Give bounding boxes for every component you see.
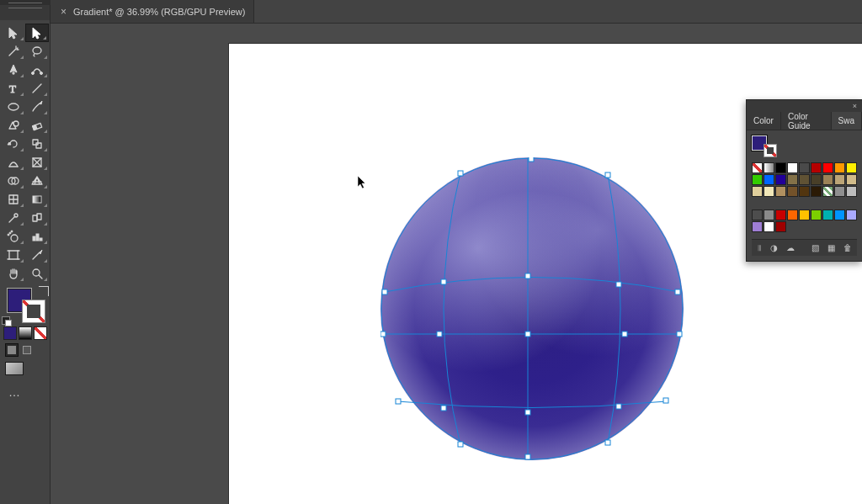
swatch[interactable]: [846, 162, 857, 173]
swatch[interactable]: [834, 162, 845, 173]
swatch[interactable]: [775, 174, 786, 185]
swatch[interactable]: [752, 174, 763, 185]
swatch[interactable]: [799, 210, 810, 220]
lasso-tool[interactable]: [25, 42, 49, 61]
swatch[interactable]: [811, 162, 822, 173]
color-mode-none[interactable]: [34, 326, 47, 340]
close-tab-icon[interactable]: ×: [61, 6, 67, 18]
swatch[interactable]: [752, 162, 763, 173]
ellipse-tool[interactable]: [2, 98, 25, 116]
line-segment-tool[interactable]: [25, 79, 49, 98]
swatch[interactable]: [834, 186, 845, 197]
artboard-tool[interactable]: [2, 246, 25, 264]
swatch[interactable]: [822, 210, 833, 220]
hand-tool[interactable]: [2, 264, 25, 283]
swatch[interactable]: [834, 210, 845, 220]
type-tool[interactable]: T: [2, 79, 25, 98]
swatch[interactable]: [822, 174, 833, 185]
paintbrush-tool[interactable]: [25, 98, 49, 116]
pen-tool[interactable]: [2, 61, 25, 79]
swatch[interactable]: [787, 186, 798, 197]
panel-close-icon[interactable]: ×: [747, 100, 862, 112]
eyedropper-tool[interactable]: [2, 209, 25, 227]
swatch[interactable]: [764, 210, 774, 220]
width-tool[interactable]: [2, 153, 25, 172]
panel-tab-color-guide[interactable]: Color Guide: [781, 112, 832, 130]
slice-tool[interactable]: [25, 246, 49, 264]
panel-tab-swatches[interactable]: Swa: [832, 112, 862, 130]
swatch[interactable]: [752, 221, 763, 232]
swatch[interactable]: [846, 186, 857, 197]
default-fill-stroke-icon[interactable]: [2, 316, 10, 325]
swatch[interactable]: [764, 174, 774, 185]
toolbox-drag-handle[interactable]: [8, 3, 42, 8]
swatch[interactable]: [811, 186, 822, 197]
swatch[interactable]: [787, 162, 798, 173]
perspective-grid-tool[interactable]: [25, 172, 49, 190]
swatch[interactable]: [834, 174, 845, 185]
draw-behind[interactable]: [20, 343, 34, 357]
swatch[interactable]: [787, 210, 798, 220]
draw-normal[interactable]: [5, 343, 19, 357]
swatch[interactable]: [822, 162, 833, 173]
mesh-tool[interactable]: [2, 190, 25, 209]
document-tab[interactable]: × Gradient* @ 36.99% (RGB/GPU Preview): [51, 0, 254, 23]
symbol-sprayer-tool[interactable]: [2, 227, 25, 246]
column-graph-tool[interactable]: [25, 227, 49, 246]
swatch[interactable]: [775, 186, 786, 197]
swatch[interactable]: [846, 210, 857, 220]
blend-tool[interactable]: [25, 209, 49, 227]
swatch[interactable]: [811, 174, 822, 185]
swatch-kinds-icon[interactable]: ◑: [770, 242, 778, 254]
color-mode-gradient[interactable]: [19, 326, 32, 340]
swatch[interactable]: [799, 174, 810, 185]
swatch[interactable]: [752, 210, 763, 220]
swatch[interactable]: [811, 210, 822, 220]
new-group-icon[interactable]: ▧: [811, 242, 819, 254]
swatch[interactable]: [775, 210, 786, 220]
swatch[interactable]: [799, 162, 810, 173]
swatch[interactable]: [822, 186, 833, 197]
canvas[interactable]: [51, 24, 862, 504]
new-swatch-icon[interactable]: ▦: [827, 242, 835, 254]
delete-swatch-icon[interactable]: 🗑: [843, 242, 852, 254]
panel-stroke-swatch[interactable]: [764, 144, 777, 157]
panel-tab-color[interactable]: Color: [747, 112, 781, 130]
shape-builder-tool[interactable]: [2, 172, 25, 190]
eraser-tool[interactable]: [25, 116, 49, 135]
panel-fill-stroke[interactable]: [752, 135, 777, 157]
gradient-tool[interactable]: [25, 190, 49, 209]
scale-tool[interactable]: [25, 135, 49, 153]
panel-footer: ⫴ ◑ ☁ ▧ ▦ 🗑: [752, 239, 857, 256]
color-mode-solid[interactable]: [3, 326, 17, 340]
screen-mode-button[interactable]: [5, 362, 24, 375]
svg-rect-18: [37, 214, 41, 220]
zoom-tool[interactable]: [25, 264, 49, 283]
swatch-libraries-icon[interactable]: ⫴: [757, 242, 762, 254]
gradient-mesh-object[interactable]: [380, 157, 684, 460]
stroke-swatch[interactable]: [22, 300, 45, 323]
swap-fill-stroke-icon[interactable]: [39, 286, 49, 296]
shaper-tool[interactable]: [2, 116, 25, 135]
swatch[interactable]: [764, 221, 774, 232]
selection-tool[interactable]: [2, 24, 25, 42]
swatch[interactable]: [846, 174, 857, 185]
swatch[interactable]: [799, 186, 810, 197]
swatch[interactable]: [764, 162, 774, 173]
svg-point-16: [14, 214, 18, 217]
curvature-tool[interactable]: [25, 61, 49, 79]
fill-stroke-controls[interactable]: [2, 286, 49, 325]
edit-toolbar-button[interactable]: …: [8, 385, 50, 399]
direct-selection-tool[interactable]: [25, 24, 49, 42]
swatch[interactable]: [775, 221, 786, 232]
swatch[interactable]: [764, 186, 774, 197]
free-transform-tool[interactable]: [25, 153, 49, 172]
svg-rect-47: [458, 442, 463, 447]
swatch[interactable]: [752, 186, 763, 197]
document-tab-title: Gradient* @ 36.99% (RGB/GPU Preview): [73, 7, 245, 17]
magic-wand-tool[interactable]: [2, 42, 25, 61]
swatch[interactable]: [775, 162, 786, 173]
swatch[interactable]: [787, 174, 798, 185]
rotate-tool[interactable]: [2, 135, 25, 153]
swatch-options-icon[interactable]: ☁: [786, 242, 795, 254]
